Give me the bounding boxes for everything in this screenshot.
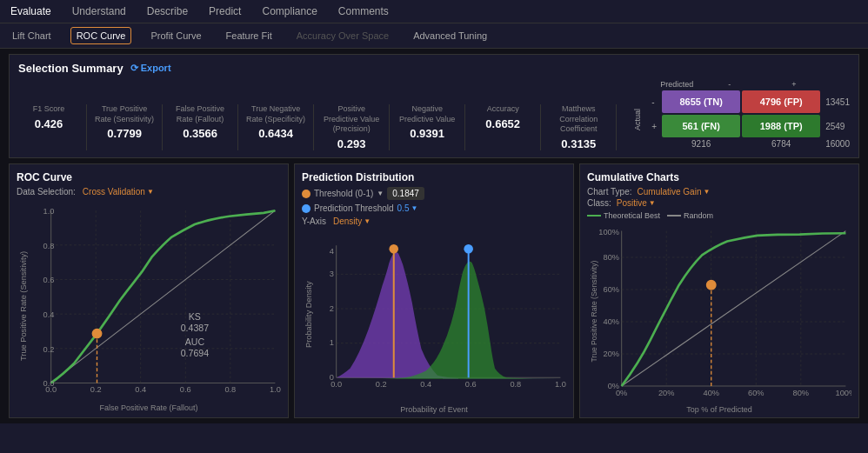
svg-text:0.8: 0.8 [224, 385, 236, 394]
class-dropdown[interactable]: Positive ▼ [617, 198, 656, 208]
class-label: Class: [587, 198, 611, 208]
chart-type-row: Chart Type: Cumulative Gain ▼ [587, 187, 851, 197]
legend-theoretical: Theoretical Best [587, 211, 660, 220]
confusion-fn: 561 (FN) [662, 115, 740, 137]
pred-dist-chart-area: 0 1 2 3 4 0.0 0.2 0.4 0.6 0.8 1.0 Probab… [302, 230, 566, 410]
metric-f1-value: 0.426 [18, 117, 79, 130]
col-total-neg: 9216 [662, 139, 740, 149]
svg-text:Probability Density: Probability Density [304, 281, 313, 348]
svg-text:4: 4 [330, 247, 334, 256]
metric-accuracy-value: 0.6652 [472, 117, 533, 130]
pred-threshold-label: Prediction Threshold [314, 203, 394, 213]
svg-text:20%: 20% [603, 350, 619, 358]
svg-text:0.8: 0.8 [510, 380, 521, 389]
actual-label: Actual [633, 109, 642, 130]
svg-text:0.0: 0.0 [331, 380, 342, 389]
pred-dist-svg: 0 1 2 3 4 0.0 0.2 0.4 0.6 0.8 1.0 Probab… [302, 230, 566, 410]
metric-ppv: Positive Predictive Value (Precision) 0.… [314, 104, 390, 150]
confusion-tp: 1988 (TP) [742, 115, 820, 137]
svg-text:40%: 40% [703, 389, 719, 397]
legend-random-label: Random [684, 211, 713, 220]
metric-npv-value: 0.9391 [397, 127, 457, 140]
svg-text:80%: 80% [793, 389, 810, 397]
svg-text:40%: 40% [603, 317, 619, 326]
nav-predict[interactable]: Predict [205, 3, 244, 19]
summary-title-text: Selection Summary [18, 62, 124, 75]
svg-text:0.0: 0.0 [45, 385, 57, 394]
metric-mcc: Matthews Correlation Coefficient 0.3135 [541, 104, 617, 150]
svg-point-38 [464, 244, 473, 254]
legend-line-random [667, 215, 681, 217]
threshold-label: Threshold (0-1) [314, 189, 373, 198]
svg-text:AUC: AUC [185, 336, 205, 347]
metric-npv-label: Negative Predictive Value [397, 104, 457, 124]
y-axis-dropdown[interactable]: Density ▼ [333, 217, 371, 226]
svg-text:KS: KS [189, 311, 201, 322]
subnav-lift-chart[interactable]: Lift Chart [7, 28, 57, 43]
chart-type-label: Chart Type: [587, 187, 632, 197]
subnav-profit-curve[interactable]: Profit Curve [145, 28, 206, 43]
top-navigation: Evaluate Understand Describe Predict Com… [0, 0, 868, 23]
svg-text:0.8: 0.8 [43, 242, 55, 250]
svg-text:1.0: 1.0 [555, 380, 566, 389]
metric-tpr: True Positive Rate (Sensitivity) 0.7799 [87, 104, 163, 150]
subnav-roc-curve[interactable]: ROC Curve [70, 27, 132, 44]
svg-text:0.4: 0.4 [43, 310, 55, 319]
svg-text:0.4: 0.4 [420, 380, 431, 389]
selection-summary-panel: Selection Summary ⟳ Export F1 Score 0.42… [9, 54, 859, 158]
subnav-feature-fit[interactable]: Feature Fit [221, 28, 277, 43]
summary-header: Selection Summary ⟳ Export [18, 62, 850, 75]
col-total-pos: 6784 [742, 139, 820, 149]
svg-text:0.2: 0.2 [376, 380, 387, 389]
sub-navigation: Lift Chart ROC Curve Profit Curve Featur… [0, 23, 868, 49]
pred-threshold-dropdown[interactable]: 0.5 ▼ [397, 203, 418, 213]
cumulative-chart-title: Cumulative Charts [587, 171, 851, 183]
predicted-label: Predicted [660, 80, 693, 89]
threshold-indicator [302, 190, 310, 198]
nav-evaluate[interactable]: Evaluate [7, 3, 55, 19]
cumulative-chart-area: 0% 20% 40% 60% 80% 100% 0% 20% 40% 60% 8… [587, 223, 851, 410]
roc-curve-svg: 0.0 0.2 0.4 0.6 0.8 1.0 0.0 0.2 0.4 0.6 … [17, 200, 281, 410]
metrics-container: F1 Score 0.426 True Positive Rate (Sensi… [18, 104, 617, 150]
metric-tnr: True Negative Rate (Specificity) 0.6434 [238, 104, 314, 150]
confusion-matrix: Predicted - + Actual - 8655 (TN) 4796 [625, 80, 850, 150]
row-total-pos: 2549 [825, 122, 845, 131]
nav-describe[interactable]: Describe [144, 3, 191, 19]
roc-chart-title: ROC Curve [17, 171, 281, 183]
threshold-value: 0.1847 [387, 187, 424, 200]
svg-text:3: 3 [330, 270, 334, 278]
prediction-distribution-panel: Prediction Distribution Threshold (0-1) … [294, 163, 574, 418]
metric-fpr-label: False Positive Rate (Fallout) [170, 104, 230, 124]
data-selection-dropdown[interactable]: Cross Validation ▼ [83, 187, 154, 197]
svg-text:1.0: 1.0 [43, 207, 55, 216]
main-content: Selection Summary ⟳ Export F1 Score 0.42… [0, 49, 868, 423]
metric-fpr-value: 0.3566 [170, 127, 230, 140]
chart-type-dropdown[interactable]: Cumulative Gain ▼ [638, 187, 711, 197]
svg-text:0.6: 0.6 [180, 385, 191, 394]
nav-understand[interactable]: Understand [69, 3, 130, 19]
class-arrow: ▼ [649, 199, 656, 207]
summary-grid: F1 Score 0.426 True Positive Rate (Sensi… [18, 80, 850, 150]
data-selection-arrow: ▼ [147, 188, 154, 196]
svg-text:80%: 80% [603, 253, 619, 262]
chart-type-arrow: ▼ [703, 188, 710, 196]
svg-text:0.2: 0.2 [43, 345, 55, 354]
nav-comments[interactable]: Comments [335, 3, 392, 19]
cumulative-charts-panel: Cumulative Charts Chart Type: Cumulative… [579, 163, 859, 418]
subnav-advanced-tuning[interactable]: Advanced Tuning [408, 28, 492, 43]
metric-tnr-label: True Negative Rate (Specificity) [245, 104, 306, 124]
confusion-tn: 8655 (TN) [662, 90, 740, 113]
export-button[interactable]: ⟳ Export [130, 63, 171, 74]
roc-curve-panel: ROC Curve Data Selection: Cross Validati… [9, 163, 289, 418]
svg-text:100%: 100% [598, 228, 619, 236]
svg-text:100%: 100% [836, 389, 851, 397]
svg-line-61 [622, 231, 846, 386]
svg-text:0.7694: 0.7694 [181, 348, 209, 358]
svg-text:2: 2 [330, 304, 334, 313]
y-axis-arrow: ▼ [364, 217, 371, 225]
pred-threshold-controls: Prediction Threshold 0.5 ▼ [302, 203, 566, 213]
nav-compliance[interactable]: Compliance [258, 3, 320, 19]
roc-controls: Data Selection: Cross Validation ▼ [17, 187, 281, 197]
svg-point-37 [389, 244, 398, 254]
confusion-fp: 4796 (FP) [742, 90, 820, 113]
